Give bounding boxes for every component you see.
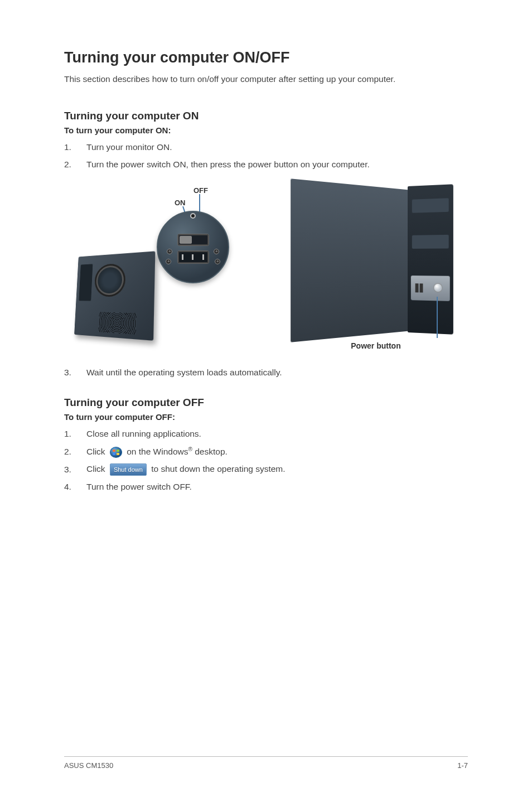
fan-icon [94,263,126,297]
switch-toggle-icon [190,213,196,219]
registered-mark: ® [188,446,192,452]
figure-power-switch: OFF ON [64,186,243,342]
on-steps-list: 1. Turn your monitor ON. 2. Turn the pow… [64,141,468,171]
step-number: 1. [64,427,86,440]
tower-front [408,184,453,335]
screw-icon [166,259,171,264]
tower-side [291,179,418,342]
off-label: OFF [194,186,208,195]
list-item: 1. Close all running applications. [64,427,468,440]
chassis-back-illustration [74,252,155,341]
step-number: 2. [64,158,86,171]
drive-bay-icon [412,235,449,249]
section-off-heading: Turning your computer OFF [64,397,468,409]
figure-power-button: Power button [284,186,468,350]
drive-bay-icon [412,198,449,213]
list-item: 2. Turn the power switch ON, then press … [64,158,468,171]
section-off-subhead: To turn your computer OFF: [64,412,468,422]
usb-slots-icon [415,283,419,292]
shutdown-button-icon: Shut down [110,463,147,476]
page-title: Turning your computer ON/OFF [64,49,468,66]
front-panel [411,276,450,301]
step-text: Turn your monitor ON. [86,141,172,153]
step-text: Turn the power switch ON, then press the… [86,158,370,171]
power-plug-icon [178,251,209,263]
ports-icon [79,264,93,301]
step-number: 4. [64,480,86,493]
footer-model: ASUS CM1530 [64,761,113,770]
off-steps-list: 1. Close all running applications. 2. Cl… [64,427,468,493]
vent-icon [98,312,136,335]
on-steps-list-cont: 3. Wait until the operating system loads… [64,366,468,379]
step-number: 3. [64,366,86,379]
on-label: ON [175,199,186,207]
screw-icon [167,249,172,254]
list-item: 1. Turn your monitor ON. [64,141,468,153]
screw-icon [214,249,219,254]
step-text: Click on the Windows® desktop. [86,445,228,458]
power-button-caption: Power button [284,341,468,350]
step-number: 1. [64,141,86,153]
list-item: 3. Click Shut down to shut down the oper… [64,462,468,476]
tower-illustration [295,186,457,337]
callout-line [437,297,438,338]
page-footer: ASUS CM1530 1-7 [64,756,468,770]
step-number: 3. [64,463,86,476]
list-item: 2. Click on the Windows® desktop. [64,445,468,458]
step-text: Turn the power switch OFF. [86,480,192,493]
zoom-circle [157,211,229,283]
step-text: Close all running applications. [86,427,201,440]
step-number: 2. [64,445,86,458]
section-on-heading: Turning your computer ON [64,110,468,122]
list-item: 3. Wait until the operating system loads… [64,366,468,379]
step-text: Click Shut down to shut down the operati… [86,462,286,476]
power-button-icon [434,284,442,292]
power-switch-icon [178,234,209,245]
intro-text: This section describes how to turn on/of… [64,73,468,85]
section-on-subhead: To turn your computer ON: [64,125,468,135]
step-text: Wait until the operating system loads au… [86,366,282,379]
footer-page-number: 1-7 [457,761,468,770]
list-item: 4. Turn the power switch OFF. [64,480,468,493]
windows-start-icon [110,447,122,458]
figure-row: OFF ON [64,186,468,350]
screw-icon [215,259,220,264]
